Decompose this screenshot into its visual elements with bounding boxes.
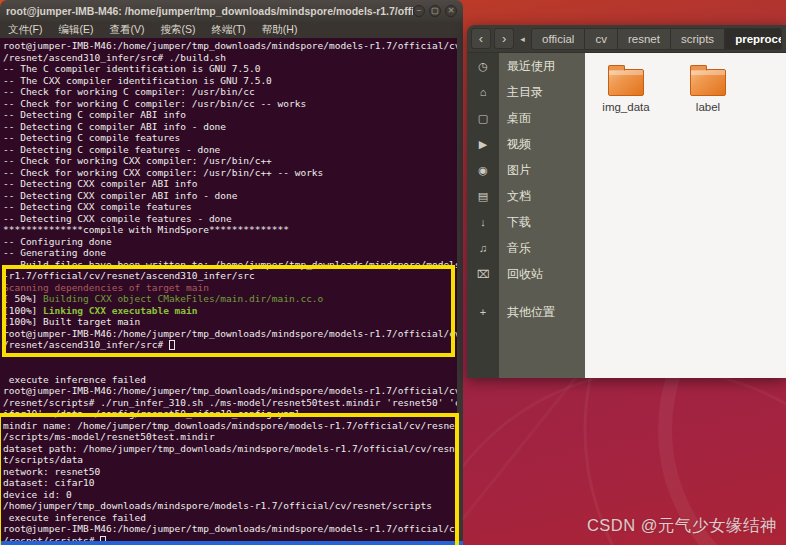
sidebar-item-主目录[interactable]: 主目录 <box>499 79 585 105</box>
terminal-text: -- Detecting C compiler ABI info - done <box>3 121 226 132</box>
sidebar: 最近使用主目录桌面视频图片文档下载音乐回收站其他位置 <box>499 53 585 378</box>
sidebar-icon-row: ▢ <box>467 105 499 131</box>
terminal-text: Scanning dependencies of target main <box>3 282 209 293</box>
terminal-line: /resnet/ascend310_infer/src# <box>3 339 459 351</box>
sidebar-icon-row: ♫ <box>467 235 499 261</box>
breadcrumb-scroll-left-icon[interactable]: ◂ <box>517 34 528 44</box>
sidebar-icon-gutter: ◷⌂▢▶◉▤↓♫⌧+ <box>467 53 499 378</box>
terminal-text: -- Detecting CXX compiler ABI info <box>3 178 197 189</box>
music-icon: ♫ <box>467 235 499 261</box>
terminal-titlebar[interactable]: root@jumper-IMB-M46: /home/jumper/tmp_do… <box>0 0 463 22</box>
terminal-text: -- The C compiler identification is GNU … <box>3 63 260 74</box>
sidebar-item-图片[interactable]: 图片 <box>499 157 585 183</box>
file-list-area[interactable]: img_datalabel <box>585 53 786 378</box>
terminal-text: -- Check for working C compiler: /usr/bi… <box>3 86 255 97</box>
menu-item[interactable]: 帮助(H) <box>254 23 306 37</box>
menu-item[interactable]: 搜索(S) <box>152 23 203 37</box>
menu-item[interactable]: 文件(F) <box>0 23 50 37</box>
terminal-line: -- The C compiler identification is GNU … <box>3 63 459 75</box>
terminal-line: [ 50%] Building CXX object CMakeFiles/ma… <box>3 293 459 305</box>
close-button[interactable]: ✕ <box>445 5 457 17</box>
sidebar-item-回收站[interactable]: 回收站 <box>499 261 585 287</box>
forward-button[interactable]: › <box>494 28 514 49</box>
minimize-button[interactable]: − <box>413 5 425 17</box>
menu-item[interactable]: 终端(T) <box>203 23 253 37</box>
breadcrumb-scripts[interactable]: scripts <box>671 29 725 49</box>
terminal-text: mindir name: /home/jumper/tmp_downloads/… <box>3 420 461 431</box>
terminal-text: -- Detecting CXX compile features - done <box>3 213 232 224</box>
maximize-button[interactable]: ▢ <box>429 5 441 17</box>
breadcrumb-preprocess_Result[interactable]: preprocess_Result <box>725 29 782 49</box>
sidebar-item-音乐[interactable]: 音乐 <box>499 235 585 261</box>
terminal-line: root@jumper-IMB-M46:/home/jumper/tmp_dow… <box>3 385 459 397</box>
menu-item[interactable]: 编辑(E) <box>50 23 101 37</box>
terminal-line: root@jumper-IMB-M46:/home/jumper/tmp_dow… <box>3 523 459 535</box>
download-icon: ↓ <box>467 209 499 235</box>
terminal-line: dataset: cifar10 <box>3 477 459 489</box>
terminal-text: /resnet/ascend310_infer/src# <box>3 339 169 350</box>
terminal-line: device id: 0 <box>3 489 459 501</box>
terminal-text: [ 50%] <box>3 293 43 304</box>
terminal-line: **************compile with MindSpore****… <box>3 224 459 236</box>
terminal-text: /resnet/scripts# ./run_infer_310.sh ./ms… <box>3 397 461 408</box>
sidebar-item-label: 其他位置 <box>499 299 555 325</box>
sidebar-item-桌面[interactable]: 桌面 <box>499 105 585 131</box>
terminal-text: [100%] <box>3 305 43 316</box>
terminal-line: /scripts/ms-model/resnet50test.mindir <box>3 431 459 443</box>
terminal-line: mindir name: /home/jumper/tmp_downloads/… <box>3 420 459 432</box>
sidebar-item-视频[interactable]: 视频 <box>499 131 585 157</box>
menu-item[interactable]: 查看(V) <box>101 23 152 37</box>
terminal-line: -- Detecting CXX compiler ABI info <box>3 178 459 190</box>
breadcrumb-official[interactable]: official <box>532 29 585 49</box>
sidebar-item-label: 桌面 <box>499 105 531 131</box>
terminal-text: dataset path: /home/jumper/tmp_downloads… <box>3 443 461 454</box>
terminal-text: -- Generating done <box>3 247 106 258</box>
sidebar-icon-row: ↓ <box>467 209 499 235</box>
folder-icon <box>608 69 644 96</box>
document-icon: ▤ <box>467 183 499 209</box>
sidebar-icon-row: ▶ <box>467 131 499 157</box>
terminal-line: -- Detecting CXX compile features - done <box>3 213 459 225</box>
sidebar-item-最近使用[interactable]: 最近使用 <box>499 53 585 79</box>
terminal-line: -r1.7/official/cv/resnet/ascend310_infer… <box>3 270 459 282</box>
terminal-text: -- Detecting CXX compiler ABI info - don… <box>3 190 238 201</box>
terminal-line: execute inference failed <box>3 512 459 524</box>
back-button[interactable]: ‹ <box>471 28 491 49</box>
breadcrumb-resnet[interactable]: resnet <box>618 29 671 49</box>
sidebar-icon-row: ▤ <box>467 183 499 209</box>
folder-img_data[interactable]: img_data <box>597 63 655 113</box>
file-manager-content: ◷⌂▢▶◉▤↓♫⌧+ 最近使用主目录桌面视频图片文档下载音乐回收站其他位置 im… <box>467 53 786 378</box>
terminal-line: -- Detecting CXX compile features <box>3 201 459 213</box>
sidebar-item-label: 音乐 <box>499 235 531 261</box>
file-manager-toolbar: ‹ › ◂ officialcvresnetscriptspreprocess_… <box>467 25 786 53</box>
video-icon: ▶ <box>467 131 499 157</box>
terminal-text: -- Build files have been written to: /ho… <box>3 259 461 270</box>
sidebar-item-下载[interactable]: 下载 <box>499 209 585 235</box>
terminal-text: execute inference failed <box>3 512 146 523</box>
folder-label[interactable]: label <box>679 63 737 113</box>
terminal-text: execute inference failed <box>3 374 146 385</box>
terminal-line: t/scripts/data <box>3 454 459 466</box>
terminal-line: root@jumper-IMB-M46:/home/jumper/tmp_dow… <box>3 328 459 340</box>
terminal-text: root@jumper-IMB-M46:/home/jumper/tmp_dow… <box>3 523 461 534</box>
sidebar-item-label: 回收站 <box>499 261 543 287</box>
sidebar-icon-row: ⌂ <box>467 79 499 105</box>
sidebar-item-其他位置[interactable]: 其他位置 <box>499 299 585 325</box>
sidebar-item-label: 图片 <box>499 157 531 183</box>
terminal-body[interactable]: root@jumper-IMB-M46:/home/jumper/tmp_dow… <box>0 38 463 545</box>
terminal-text: **************compile with MindSpore****… <box>3 224 289 235</box>
terminal-text: -r1.7/official/cv/resnet/ascend310_infer… <box>3 270 255 281</box>
terminal-text: network: resnet50 <box>3 466 100 477</box>
sidebar-icon-row: + <box>467 299 499 325</box>
sidebar-item-label: 文档 <box>499 183 531 209</box>
sidebar-item-label: 视频 <box>499 131 531 157</box>
terminal-text: t/scripts/data <box>3 454 83 465</box>
home-icon: ⌂ <box>467 79 499 105</box>
terminal-line: dataset path: /home/jumper/tmp_downloads… <box>3 443 459 455</box>
terminal-text: dataset: cifar10 <box>3 477 95 488</box>
terminal-text: -- Check for working CXX compiler: /usr/… <box>3 155 272 166</box>
terminal-scrollbar[interactable] <box>457 38 463 545</box>
desktop: root@jumper-IMB-M46: /home/jumper/tmp_do… <box>0 0 786 545</box>
sidebar-item-文档[interactable]: 文档 <box>499 183 585 209</box>
breadcrumb-cv[interactable]: cv <box>585 29 618 49</box>
